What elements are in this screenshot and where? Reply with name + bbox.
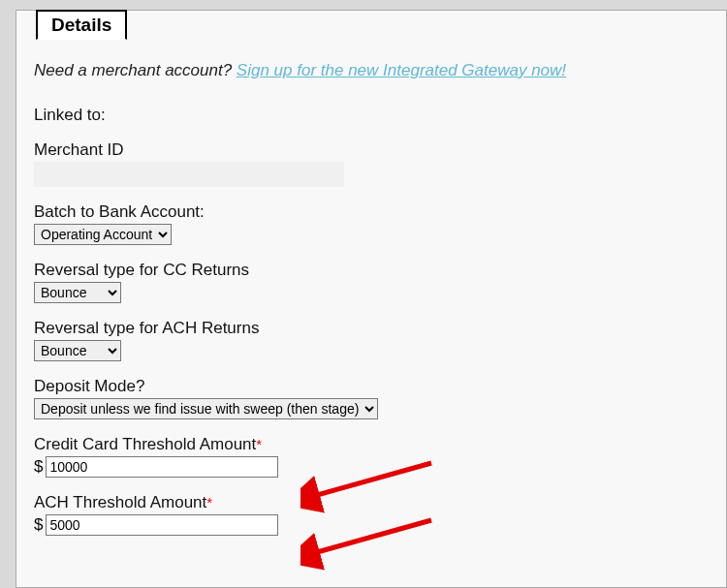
- currency-symbol: $: [34, 457, 43, 477]
- required-mark: *: [206, 494, 212, 511]
- merchant-id-label: Merchant ID: [34, 140, 726, 160]
- details-tab[interactable]: Details: [36, 10, 127, 40]
- cc-threshold-input[interactable]: [46, 456, 278, 478]
- reversal-ach-select[interactable]: Bounce: [34, 340, 121, 361]
- reversal-cc-select[interactable]: Bounce: [34, 282, 121, 303]
- reversal-ach-label: Reversal type for ACH Returns: [34, 319, 726, 338]
- merchant-id-value-masked: [34, 162, 344, 187]
- signup-link[interactable]: Sign up for the new Integrated Gateway n…: [237, 61, 566, 79]
- deposit-mode-select[interactable]: Deposit unless we find issue with sweep …: [34, 398, 378, 419]
- ach-threshold-input[interactable]: [46, 514, 278, 536]
- deposit-mode-label: Deposit Mode?: [34, 377, 726, 396]
- cc-threshold-label: Credit Card Threshold Amount*: [34, 435, 726, 454]
- details-panel: Details Need a merchant account? Sign up…: [16, 10, 727, 588]
- required-mark: *: [256, 436, 262, 452]
- batch-bank-label: Batch to Bank Account:: [34, 202, 726, 222]
- reversal-cc-label: Reversal type for CC Returns: [34, 261, 726, 280]
- merchant-signup-prompt: Need a merchant account? Sign up for the…: [34, 61, 726, 80]
- linked-to-label: Linked to:: [34, 106, 726, 125]
- ach-threshold-label: ACH Threshold Amount*: [34, 493, 726, 512]
- prompt-lead-text: Need a merchant account?: [34, 61, 237, 79]
- batch-bank-select[interactable]: Operating Account: [34, 224, 172, 245]
- currency-symbol: $: [34, 515, 43, 535]
